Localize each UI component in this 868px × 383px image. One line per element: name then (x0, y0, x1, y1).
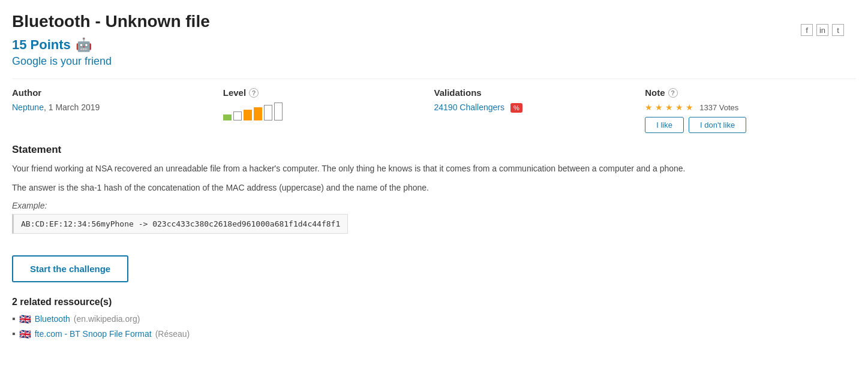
star-3: ★ (665, 102, 673, 112)
note-label: Note ? (645, 88, 856, 98)
note-votes: 1337 Votes (699, 103, 738, 112)
level-bar-5 (264, 105, 272, 120)
author-date: 1 March 2019 (49, 102, 100, 112)
author-section: Author Neptune, 1 March 2019 (12, 88, 223, 133)
dislike-button[interactable]: I don't like (689, 117, 746, 133)
note-stars-row: ★ ★ ★ ★ ★ 1337 Votes (645, 102, 856, 112)
resource-2-detail: (Réseau) (155, 329, 190, 339)
points-row: 15 Points 🤖 (12, 37, 856, 53)
level-help-icon[interactable]: ? (249, 88, 259, 98)
level-bars (223, 102, 434, 120)
statement-paragraph-2: The answer is the sha-1 hash of the conc… (12, 181, 856, 194)
points-value: 15 Points (12, 37, 71, 53)
challengers-link[interactable]: 24190 Challengers (434, 102, 505, 112)
level-bar-6 (274, 102, 283, 120)
star-2: ★ (655, 102, 663, 112)
resource-item-1: 🇬🇧 Bluetooth (en.wikipedia.org) (12, 313, 856, 325)
vote-buttons: I like I don't like (645, 117, 856, 133)
validations-label: Validations (434, 88, 645, 98)
star-5: ★ (686, 102, 693, 112)
author-label: Author (12, 88, 223, 98)
author-info: Neptune, 1 March 2019 (12, 102, 223, 112)
resource-1-flag: 🇬🇧 (19, 313, 31, 325)
facebook-icon[interactable]: f (801, 24, 813, 36)
resource-1-link[interactable]: Bluetooth (35, 314, 70, 324)
challengers-pct: % (510, 103, 522, 113)
level-bar-4 (254, 107, 262, 120)
statement-paragraph-1: Your friend working at NSA recovered an … (12, 162, 856, 175)
statement-title: Statement (12, 144, 856, 156)
level-label: Level ? (223, 88, 434, 98)
google-hint: Google is your friend (12, 55, 856, 68)
resource-1-detail: (en.wikipedia.org) (74, 314, 140, 324)
level-section: Level ? (223, 88, 434, 133)
level-bar-1 (223, 114, 232, 120)
page-title: Bluetooth - Unknown file (12, 12, 856, 31)
like-button[interactable]: I like (645, 117, 684, 133)
resource-item-2: 🇬🇧 fte.com - BT Snoop File Format (Résea… (12, 328, 856, 340)
star-1: ★ (645, 102, 653, 112)
level-bar-2 (233, 111, 242, 120)
validations-info: 24190 Challengers % (434, 102, 645, 113)
robot-icon: 🤖 (76, 37, 92, 53)
note-help-icon[interactable]: ? (668, 88, 678, 98)
author-name-link[interactable]: Neptune (12, 102, 44, 112)
level-bar-3 (244, 110, 252, 120)
validations-section: Validations 24190 Challengers % (434, 88, 645, 133)
social-icons-container: f in t (801, 24, 844, 36)
resource-2-flag: 🇬🇧 (19, 328, 31, 340)
code-example: AB:CD:EF:12:34:56myPhone -> 023cc433c380… (12, 214, 348, 234)
resources-section: 2 related ressource(s) 🇬🇧 Bluetooth (en.… (12, 297, 856, 340)
meta-row: Author Neptune, 1 March 2019 Level ? (12, 79, 856, 133)
statement-section: Statement Your friend working at NSA rec… (12, 144, 856, 245)
start-challenge-button[interactable]: Start the challenge (12, 255, 128, 282)
note-section: Note ? ★ ★ ★ ★ ★ 1337 Votes I like I don… (645, 88, 856, 133)
linkedin-icon[interactable]: in (816, 24, 828, 36)
resources-title: 2 related ressource(s) (12, 297, 856, 307)
resources-list: 🇬🇧 Bluetooth (en.wikipedia.org) 🇬🇧 fte.c… (12, 313, 856, 340)
example-label: Example: (12, 201, 856, 210)
star-4: ★ (675, 102, 683, 112)
resource-2-link[interactable]: fte.com - BT Snoop File Format (35, 329, 152, 339)
twitter-icon[interactable]: t (832, 24, 844, 36)
